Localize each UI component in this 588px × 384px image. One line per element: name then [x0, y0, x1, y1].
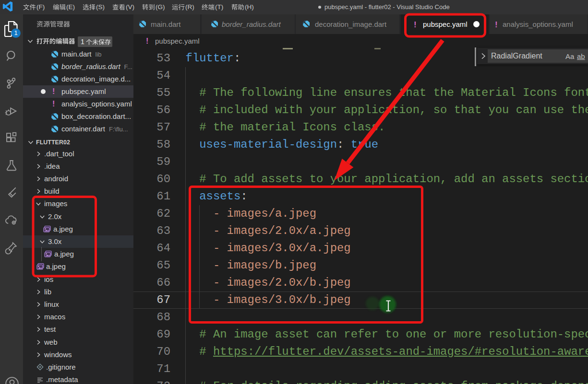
svg-text:1: 1	[14, 29, 17, 36]
